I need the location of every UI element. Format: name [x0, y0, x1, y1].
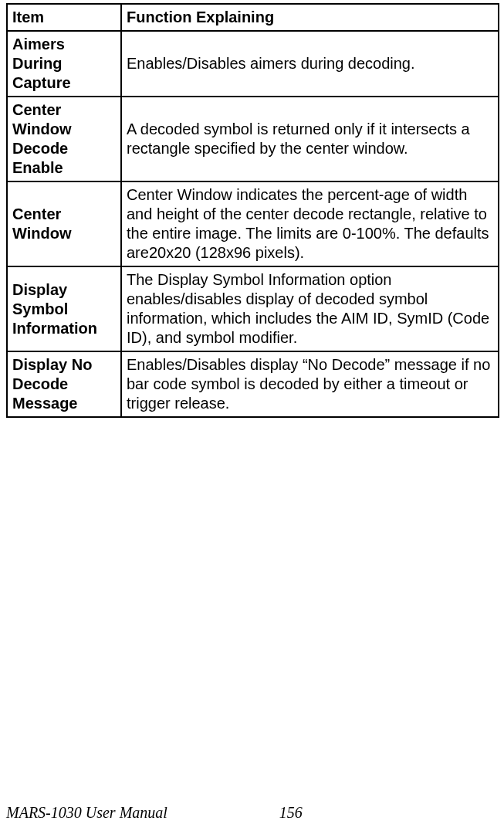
page-footer: MARS-1030 User Manual 156 [6, 804, 498, 822]
table-row: Center Window Decode Enable A decoded sy… [7, 97, 499, 181]
table-row: Display Symbol Information The Display S… [7, 266, 499, 351]
table-header-row: Item Function Explaining [7, 4, 499, 31]
header-item: Item [7, 4, 121, 31]
table-row: Aimers During Capture Enables/Disables a… [7, 31, 499, 97]
explain-cell: Enables/Disables display “No Decode” mes… [121, 351, 499, 417]
explain-cell: Enables/Disables aimers during decoding. [121, 31, 499, 97]
table-row: Display No Decode Message Enables/Disabl… [7, 351, 499, 417]
item-cell: Display Symbol Information [7, 266, 121, 351]
footer-title: MARS-1030 User Manual [6, 804, 167, 822]
header-explain: Function Explaining [121, 4, 499, 31]
item-cell: Display No Decode Message [7, 351, 121, 417]
explain-cell: A decoded symbol is returned only if it … [121, 97, 499, 181]
item-cell: Aimers During Capture [7, 31, 121, 97]
settings-table: Item Function Explaining Aimers During C… [6, 3, 499, 418]
table-row: Center Window Center Window indicates th… [7, 181, 499, 266]
explain-cell: The Display Symbol Information option en… [121, 266, 499, 351]
footer-page-number: 156 [279, 804, 303, 822]
item-cell: Center Window Decode Enable [7, 97, 121, 181]
explain-cell: Center Window indicates the percent-age … [121, 181, 499, 266]
item-cell: Center Window [7, 181, 121, 266]
page-container: Item Function Explaining Aimers During C… [0, 0, 504, 831]
